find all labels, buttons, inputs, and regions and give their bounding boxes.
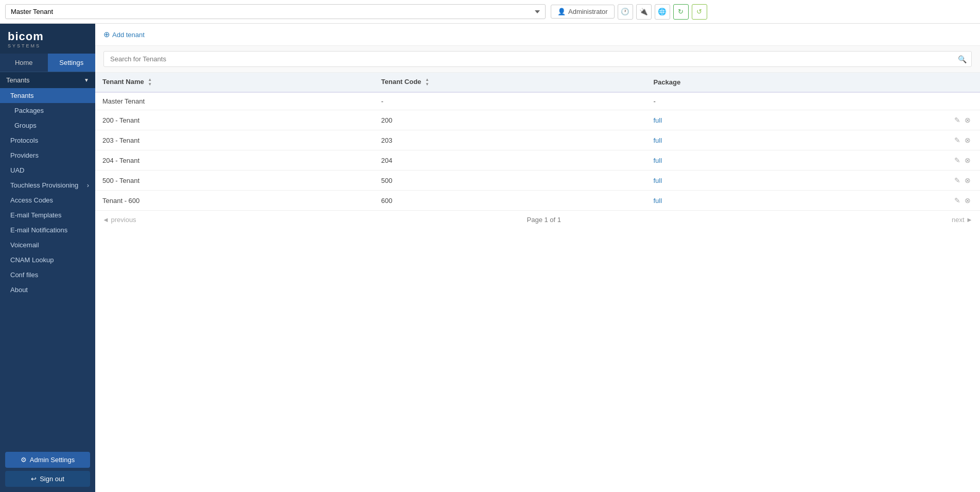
email-notifications-label: E-mail Notifications xyxy=(10,226,67,234)
chevron-right-icon: › xyxy=(87,181,89,189)
clock-icon-btn[interactable]: 🕐 xyxy=(618,4,633,20)
package-link[interactable]: full xyxy=(653,116,662,124)
col-tenant-name-label: Tenant Name xyxy=(102,78,144,86)
sidebar-item-about[interactable]: About xyxy=(0,282,95,297)
groups-label: Groups xyxy=(14,122,37,129)
col-actions xyxy=(828,73,980,92)
language-icon-btn[interactable]: 🌐 xyxy=(655,4,670,20)
col-package: Package xyxy=(646,73,827,92)
sidebar-item-voicemail[interactable]: Voicemail xyxy=(0,237,95,252)
delete-button[interactable]: ⊗ xyxy=(962,175,973,185)
cell-package: full xyxy=(646,171,827,191)
delete-button[interactable]: ⊗ xyxy=(962,155,973,165)
add-tenant-bar: ⊕ Add tenant xyxy=(95,24,980,46)
admin-settings-button[interactable]: ⚙ Admin Settings xyxy=(5,452,90,468)
edit-button[interactable]: ✎ xyxy=(952,135,962,145)
tab-settings[interactable]: Settings xyxy=(48,54,96,72)
add-tenant-button[interactable]: ⊕ Add tenant xyxy=(103,30,145,39)
table-row: Tenant - 600600full✎⊗ xyxy=(95,191,980,211)
sort-asc-icon[interactable]: ▲ xyxy=(148,78,152,82)
edit-button[interactable]: ✎ xyxy=(952,155,962,165)
sidebar-item-groups[interactable]: Groups xyxy=(0,118,95,133)
refresh-btn[interactable]: ↺ xyxy=(692,4,707,20)
tenants-table: Tenant Name ▲ ▼ Tenant Code ▲ ▼ xyxy=(95,73,980,211)
sidebar-item-conf-files[interactable]: Conf files xyxy=(0,267,95,282)
table-row: 204 - Tenant204full✎⊗ xyxy=(95,150,980,171)
top-bar: Master Tenant 👤 Administrator 🕐 🔌 🌐 ↻ ↺ xyxy=(0,0,980,24)
edit-button[interactable]: ✎ xyxy=(952,115,962,125)
cell-package: full xyxy=(646,191,827,211)
sidebar-item-tenants[interactable]: Tenants xyxy=(0,88,95,103)
plugin-icon-btn[interactable]: 🔌 xyxy=(636,4,652,20)
cell-tenant-name: 203 - Tenant xyxy=(95,130,374,150)
package-link[interactable]: full xyxy=(653,177,662,184)
sort-desc-icon[interactable]: ▼ xyxy=(148,82,152,87)
sidebar-item-email-templates[interactable]: E-mail Templates xyxy=(0,208,95,223)
search-bar-wrap: 🔍 xyxy=(95,46,980,73)
add-tenant-label: Add tenant xyxy=(112,31,145,39)
user-icon: 👤 xyxy=(557,8,566,15)
admin-settings-label: Admin Settings xyxy=(30,456,75,464)
col-tenant-name: Tenant Name ▲ ▼ xyxy=(95,73,374,92)
cell-actions: ✎⊗ xyxy=(828,171,980,191)
providers-label: Providers xyxy=(10,151,39,159)
tenant-select[interactable]: Master Tenant xyxy=(5,4,546,19)
sidebar-item-uad[interactable]: UAD xyxy=(0,163,95,178)
sort-icons-code[interactable]: ▲ ▼ xyxy=(425,78,429,87)
cell-tenant-name: 204 - Tenant xyxy=(95,150,374,171)
sidebar-item-access-codes[interactable]: Access Codes xyxy=(0,193,95,208)
previous-page-link[interactable]: ◄ previous xyxy=(102,216,136,224)
table-row: 500 - Tenant500full✎⊗ xyxy=(95,171,980,191)
main-layout: bicom SYSTEMS Home Settings Tenants ▼ Te… xyxy=(0,24,980,492)
admin-button[interactable]: 👤 Administrator xyxy=(551,5,615,19)
sidebar-item-touchless[interactable]: Touchless Provisioning › xyxy=(0,178,95,193)
chevron-down-icon: ▼ xyxy=(84,77,89,83)
packages-label: Packages xyxy=(14,107,44,114)
cell-tenant-name: Master Tenant xyxy=(95,92,374,110)
refresh-green-btn[interactable]: ↻ xyxy=(673,4,689,20)
package-link[interactable]: full xyxy=(653,197,662,205)
logo-sub: SYSTEMS xyxy=(8,43,87,48)
cell-tenant-code: 203 xyxy=(374,130,646,150)
search-icon: 🔍 xyxy=(958,55,967,63)
cell-package: - xyxy=(646,92,827,110)
page-info: Page 1 of 1 xyxy=(527,216,562,224)
uad-label: UAD xyxy=(10,166,24,174)
cell-package: full xyxy=(646,110,827,130)
pagination-row: ◄ previous Page 1 of 1 next ► xyxy=(95,211,980,229)
delete-button[interactable]: ⊗ xyxy=(962,195,973,206)
sidebar-item-cnam-lookup[interactable]: CNAM Lookup xyxy=(0,252,95,267)
cell-package: full xyxy=(646,150,827,171)
sign-out-button[interactable]: ↩ Sign out xyxy=(5,471,90,487)
next-page-link[interactable]: next ► xyxy=(952,216,973,224)
cell-package: full xyxy=(646,130,827,150)
tab-home[interactable]: Home xyxy=(0,54,48,72)
sidebar-item-providers[interactable]: Providers xyxy=(0,148,95,163)
nav-tabs: Home Settings xyxy=(0,54,95,72)
edit-button[interactable]: ✎ xyxy=(952,195,962,206)
cell-tenant-name: 200 - Tenant xyxy=(95,110,374,130)
delete-button[interactable]: ⊗ xyxy=(962,115,973,125)
package-link[interactable]: full xyxy=(653,137,662,144)
col-package-label: Package xyxy=(653,78,680,86)
tenants-label: Tenants xyxy=(10,92,34,99)
table-header-row: Tenant Name ▲ ▼ Tenant Code ▲ ▼ xyxy=(95,73,980,92)
sidebar-item-protocols[interactable]: Protocols xyxy=(0,133,95,148)
sort-icons-name[interactable]: ▲ ▼ xyxy=(148,78,152,87)
sort-desc-code-icon[interactable]: ▼ xyxy=(425,82,429,87)
section-tenants-label: Tenants xyxy=(6,76,30,84)
search-input[interactable] xyxy=(103,51,972,67)
table-row: 200 - Tenant200full✎⊗ xyxy=(95,110,980,130)
search-wrap: 🔍 xyxy=(103,51,972,67)
edit-button[interactable]: ✎ xyxy=(952,175,962,185)
table-row: 203 - Tenant203full✎⊗ xyxy=(95,130,980,150)
package-link[interactable]: full xyxy=(653,157,662,164)
delete-button[interactable]: ⊗ xyxy=(962,135,973,145)
sidebar-item-packages[interactable]: Packages xyxy=(0,103,95,118)
sort-asc-code-icon[interactable]: ▲ xyxy=(425,78,429,82)
cell-tenant-code: 200 xyxy=(374,110,646,130)
sidebar-item-email-notifications[interactable]: E-mail Notifications xyxy=(0,223,95,237)
section-tenants[interactable]: Tenants ▼ xyxy=(0,72,95,88)
sidebar: bicom SYSTEMS Home Settings Tenants ▼ Te… xyxy=(0,24,95,492)
col-tenant-code-label: Tenant Code xyxy=(381,78,422,86)
